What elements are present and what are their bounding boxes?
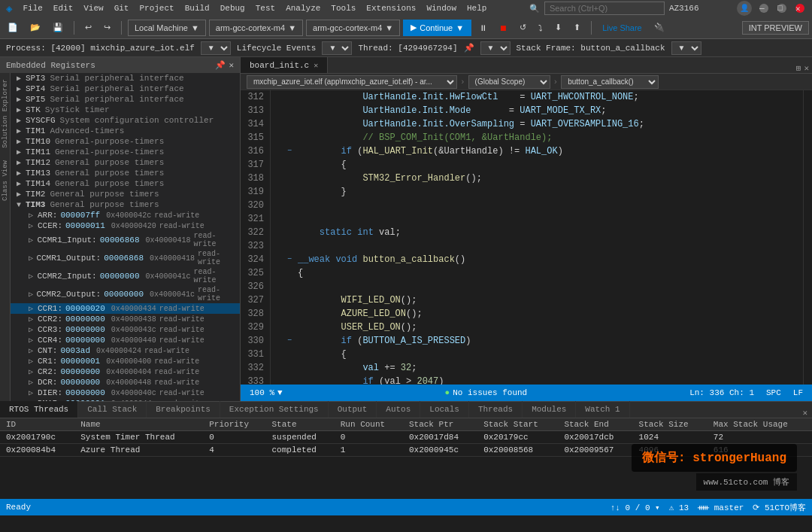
tree-item[interactable]: ▷ CNT: 0003ad 0x40000424 read-write — [11, 345, 240, 356]
class-view-tab[interactable]: Class View — [2, 157, 9, 204]
liveshare-button[interactable]: Live Share — [598, 22, 647, 34]
menu-tools[interactable]: Tools — [326, 2, 360, 14]
int-preview-button[interactable]: INT PREVIEW — [742, 21, 809, 35]
menu-extensions[interactable]: Extensions — [362, 2, 420, 14]
tree-item[interactable]: ▷ CCMR2_Input: 00000000 0x4000041c read-… — [11, 267, 240, 285]
bottom-panel-close-icon[interactable]: ✕ — [798, 408, 812, 418]
tree-item[interactable]: ▷ DIER: 00000000 0x4000040c read-write — [11, 388, 240, 398]
breadcrumb-file-dropdown[interactable]: mxchip_azure_iot.elf (app\mxchip_azure_i… — [247, 75, 457, 89]
tree-item[interactable]: ▶ SYSCFG System configuration controller — [11, 115, 240, 126]
tree-item[interactable]: ▶ TIM14 General purpose timers — [11, 178, 240, 189]
restart-button[interactable]: ↺ — [515, 21, 531, 34]
menu-project[interactable]: Project — [135, 2, 178, 14]
tree-item[interactable]: ▷ CCR1: 00000020 0x40000434 read-write — [11, 303, 240, 314]
continue-button[interactable]: ▶ Continue ▼ — [403, 20, 471, 36]
pause-button[interactable]: ⏸ — [474, 22, 492, 34]
solution-explorer-tab[interactable]: Solution Explorer — [2, 76, 9, 151]
close-button[interactable]: ✕ — [795, 4, 804, 13]
threads-tab[interactable]: Threads — [469, 401, 523, 418]
new-file-button[interactable]: 📄 — [3, 21, 23, 34]
menu-git[interactable]: Git — [110, 2, 134, 14]
maximize-button[interactable]: □ — [777, 4, 786, 13]
stackframe-dropdown[interactable]: ▼ — [671, 41, 701, 55]
collapse-icon[interactable]: − — [287, 253, 298, 266]
menu-file[interactable]: File — [18, 2, 47, 14]
open-button[interactable]: 📂 — [26, 21, 45, 34]
lifecycle-dropdown[interactable]: ▼ — [322, 41, 352, 55]
tree-item[interactable]: ▶ TIM11 General-purpose-timers — [11, 147, 240, 157]
exception-settings-tab[interactable]: Exception Settings — [220, 401, 329, 418]
breadcrumb-scope-dropdown[interactable]: (Global Scope) — [468, 75, 550, 89]
local-machine-dropdown[interactable]: Local Machine ▼ — [128, 20, 206, 36]
search-input[interactable] — [544, 2, 665, 15]
zoom-dropdown-icon[interactable]: ▼ — [277, 388, 283, 397]
tree-item[interactable]: ▶ SPI3 Serial peripheral interface — [11, 73, 240, 84]
tree-item[interactable]: ▷ DCR: 00000000 0x40000448 read-write — [11, 377, 240, 388]
close-panel-icon[interactable]: ✕ — [804, 63, 809, 73]
tree-item[interactable]: ▷ CCER: 00000011 0x40000420 read-write — [11, 220, 240, 231]
arm-target-dropdown2[interactable]: arm-gcc-cortex-m4 ▼ — [306, 20, 400, 36]
tree-item[interactable]: ▷ CCR4: 00000000 0x40000440 read-write — [11, 335, 240, 345]
tree-item[interactable]: ▶ TIM2 General purpose timers — [11, 189, 240, 199]
menu-debug[interactable]: Debug — [216, 2, 250, 14]
menu-window[interactable]: Window — [422, 2, 461, 14]
expand-icon: ▷ — [29, 378, 38, 387]
output-tab[interactable]: Output — [329, 401, 377, 418]
collapse-icon[interactable]: − — [287, 144, 298, 158]
minimize-button[interactable]: — — [759, 4, 768, 13]
tree-item[interactable]: ▶ TIM10 General-purpose-timers — [11, 136, 240, 147]
step-over-button[interactable]: ⤵ — [534, 22, 547, 34]
tree-item[interactable]: ▼ TIM3 General purpose timers — [11, 199, 240, 210]
tree-item[interactable]: ▷ CCMR2_Output: 00000000 0x4000041c read… — [11, 285, 240, 303]
menu-help[interactable]: Help — [462, 2, 491, 14]
modules-tab[interactable]: Modules — [523, 401, 576, 418]
tree-item[interactable]: ▶ SPI5 Serial peripheral interface — [11, 94, 240, 105]
collapse-icon[interactable]: − — [287, 334, 298, 348]
split-editor-icon[interactable]: ⊞ — [796, 63, 801, 73]
tree-item[interactable]: ▶ SPI4 Serial peripheral interface — [11, 84, 240, 94]
watermark-subtitle: www.51cto.com 博客 — [696, 473, 797, 491]
arm-target-dropdown[interactable]: arm-gcc-cortex-m4 ▼ — [209, 20, 303, 36]
thread-dropdown[interactable]: ▼ — [480, 41, 511, 55]
code-content[interactable]: 3123133143153163173183193203213223233243… — [241, 90, 812, 385]
menu-test[interactable]: Test — [251, 2, 280, 14]
tree-item[interactable]: ▷ CCR2: 00000000 0x40000438 read-write — [11, 314, 240, 324]
breakpoints-tab[interactable]: Breakpoints — [147, 401, 220, 418]
call-stack-tab[interactable]: Call Stack — [78, 401, 147, 418]
step-into-button[interactable]: ⬇ — [550, 21, 566, 34]
tree-item[interactable]: ▶ TIM12 General purpose timers — [11, 157, 240, 168]
tree-item[interactable]: ▷ CCMR1_Output: 00006868 0x40000418 read… — [11, 249, 240, 267]
tree-item[interactable]: ▷ ARR: 000007ff 0x4000042c read-write — [11, 210, 240, 220]
tab-board-init[interactable]: board_init.c ✕ — [241, 57, 328, 73]
tab-close-icon[interactable]: ✕ — [314, 61, 318, 70]
sidebar-close-icon[interactable]: ✕ — [229, 60, 234, 70]
undo-button[interactable]: ↩ — [80, 21, 96, 34]
code-body[interactable]: UartHandle.Init.HwFlowCtl = UART_HWCONTR… — [271, 90, 803, 385]
autos-tab[interactable]: Autos — [377, 401, 420, 418]
redo-button[interactable]: ↪ — [99, 21, 115, 34]
step-out-button[interactable]: ⬆ — [569, 21, 585, 34]
table-row[interactable]: 0x2001790cSystem Timer Thread0suspended0… — [0, 431, 812, 444]
menu-build[interactable]: Build — [180, 2, 214, 14]
menu-analyze[interactable]: Analyze — [281, 2, 325, 14]
tree-item[interactable]: ▷ CR1: 00000001 0x40000400 read-write — [11, 356, 240, 366]
process-dropdown[interactable]: ▼ — [201, 41, 231, 55]
stop-button[interactable]: ⏹ — [495, 22, 512, 34]
tree-item[interactable]: ▶ TIM13 General purpose timers — [11, 168, 240, 178]
tree-item[interactable]: ▷ CCMR1_Input: 00006868 0x40000418 read-… — [11, 231, 240, 249]
watch1-tab[interactable]: Watch 1 — [576, 401, 629, 418]
token: UART_OVERSAMPLING_16 — [531, 117, 639, 131]
breadcrumb-function-dropdown[interactable]: button_a_callback() — [561, 75, 659, 89]
tree-item[interactable]: ▷ CR2: 00000000 0x40000404 read-write — [11, 366, 240, 377]
tree-item[interactable]: ▶ TIM1 Advanced-timers — [11, 126, 240, 136]
menu-view[interactable]: View — [79, 2, 108, 14]
tree-item[interactable]: ▷ CCR3: 00000000 0x4000043c read-write — [11, 324, 240, 335]
save-button[interactable]: 💾 — [48, 21, 68, 34]
sidebar-pin-icon[interactable]: 📌 — [215, 60, 226, 70]
extensions-button[interactable]: 🔌 — [650, 21, 669, 34]
rtos-threads-tab[interactable]: RTOS Threads — [0, 401, 78, 418]
tree-item[interactable]: ▶ STK SysTick timer — [11, 105, 240, 115]
locals-tab[interactable]: Locals — [420, 401, 469, 418]
breadcrumb-sep2: › — [553, 78, 559, 87]
menu-edit[interactable]: Edit — [49, 2, 77, 14]
